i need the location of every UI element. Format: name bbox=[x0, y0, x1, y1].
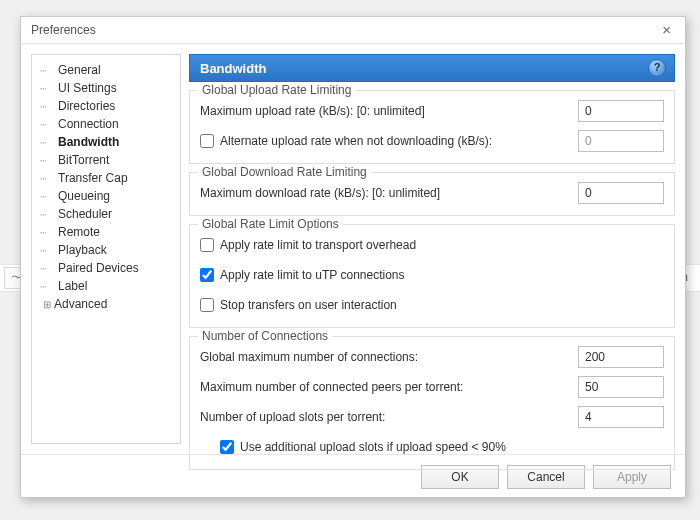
tree-branch-icon: ⋯ bbox=[40, 100, 58, 113]
alt-upload-checkbox[interactable] bbox=[200, 134, 214, 148]
group-title: Global Download Rate Limiting bbox=[198, 165, 371, 179]
tree-branch-icon: ⋯ bbox=[40, 82, 58, 95]
upload-slots-input[interactable] bbox=[578, 406, 664, 428]
group-connections: Number of Connections Global maximum num… bbox=[189, 336, 675, 470]
window-title: Preferences bbox=[31, 23, 96, 37]
nav-item-label[interactable]: ⋯ Label bbox=[36, 277, 176, 295]
utp-checkbox[interactable] bbox=[200, 268, 214, 282]
tree-branch-icon: ⋯ bbox=[40, 118, 58, 131]
nav-label: Remote bbox=[58, 225, 100, 239]
preferences-dialog: Preferences × ⋯ General⋯ UI Settings⋯ Di… bbox=[20, 16, 686, 498]
max-download-label: Maximum download rate (kB/s): [0: unlimi… bbox=[200, 186, 578, 200]
tree-branch-icon: ⋯ bbox=[40, 190, 58, 203]
tree-branch-icon: ⋯ bbox=[40, 244, 58, 257]
nav-label: Paired Devices bbox=[58, 261, 139, 275]
upload-slots-label: Number of upload slots per torrent: bbox=[200, 410, 578, 424]
nav-label: UI Settings bbox=[58, 81, 117, 95]
nav-label: Directories bbox=[58, 99, 115, 113]
group-title: Number of Connections bbox=[198, 329, 332, 343]
group-rate-options: Global Rate Limit Options Apply rate lim… bbox=[189, 224, 675, 328]
tree-branch-icon: ⋯ bbox=[40, 154, 58, 167]
utp-label: Apply rate limit to uTP connections bbox=[220, 268, 405, 282]
tree-branch-icon: ⋯ bbox=[40, 262, 58, 275]
max-upload-input[interactable] bbox=[578, 100, 664, 122]
peers-per-torrent-label: Maximum number of connected peers per to… bbox=[200, 380, 578, 394]
extra-slots-checkbox[interactable] bbox=[220, 440, 234, 454]
global-connections-label: Global maximum number of connections: bbox=[200, 350, 578, 364]
nav-label: Advanced bbox=[54, 297, 107, 311]
nav-label: Scheduler bbox=[58, 207, 112, 221]
tree-branch-icon: ⋯ bbox=[40, 226, 58, 239]
close-icon[interactable]: × bbox=[654, 17, 679, 43]
tree-branch-icon: ⋯ bbox=[40, 136, 58, 149]
max-upload-label: Maximum upload rate (kB/s): [0: unlimite… bbox=[200, 104, 578, 118]
group-title: Global Rate Limit Options bbox=[198, 217, 343, 231]
titlebar: Preferences × bbox=[21, 17, 685, 44]
expand-icon[interactable]: ⊞ bbox=[40, 299, 54, 310]
settings-panel: Bandwidth ? Global Upload Rate Limiting … bbox=[189, 54, 675, 444]
peers-per-torrent-input[interactable] bbox=[578, 376, 664, 398]
panel-header: Bandwidth ? bbox=[189, 54, 675, 82]
max-download-input[interactable] bbox=[578, 182, 664, 204]
nav-item-transfer-cap[interactable]: ⋯ Transfer Cap bbox=[36, 169, 176, 187]
tree-branch-icon: ⋯ bbox=[40, 280, 58, 293]
nav-item-scheduler[interactable]: ⋯ Scheduler bbox=[36, 205, 176, 223]
nav-item-bittorrent[interactable]: ⋯ BitTorrent bbox=[36, 151, 176, 169]
panel-title: Bandwidth bbox=[200, 61, 266, 76]
nav-item-queueing[interactable]: ⋯ Queueing bbox=[36, 187, 176, 205]
global-connections-input[interactable] bbox=[578, 346, 664, 368]
nav-label: Playback bbox=[58, 243, 107, 257]
nav-item-bandwidth[interactable]: ⋯ Bandwidth bbox=[36, 133, 176, 151]
nav-label: Queueing bbox=[58, 189, 110, 203]
extra-slots-label: Use additional upload slots if upload sp… bbox=[240, 440, 506, 454]
nav-item-remote[interactable]: ⋯ Remote bbox=[36, 223, 176, 241]
nav-label: Connection bbox=[58, 117, 119, 131]
nav-item-ui-settings[interactable]: ⋯ UI Settings bbox=[36, 79, 176, 97]
help-icon[interactable]: ? bbox=[648, 59, 666, 77]
nav-label: Label bbox=[58, 279, 87, 293]
overhead-checkbox[interactable] bbox=[200, 238, 214, 252]
alt-upload-input bbox=[578, 130, 664, 152]
nav-label: Transfer Cap bbox=[58, 171, 128, 185]
nav-item-advanced[interactable]: ⊞Advanced bbox=[36, 295, 176, 313]
group-download-rate: Global Download Rate Limiting Maximum do… bbox=[189, 172, 675, 216]
nav-item-playback[interactable]: ⋯ Playback bbox=[36, 241, 176, 259]
alt-upload-label: Alternate upload rate when not downloadi… bbox=[220, 134, 578, 148]
nav-item-directories[interactable]: ⋯ Directories bbox=[36, 97, 176, 115]
tree-branch-icon: ⋯ bbox=[40, 208, 58, 221]
nav-item-general[interactable]: ⋯ General bbox=[36, 61, 176, 79]
nav-label: BitTorrent bbox=[58, 153, 109, 167]
tree-branch-icon: ⋯ bbox=[40, 172, 58, 185]
category-tree[interactable]: ⋯ General⋯ UI Settings⋯ Directories⋯ Con… bbox=[31, 54, 181, 444]
stop-label: Stop transfers on user interaction bbox=[220, 298, 397, 312]
group-upload-rate: Global Upload Rate Limiting Maximum uplo… bbox=[189, 90, 675, 164]
stop-checkbox[interactable] bbox=[200, 298, 214, 312]
group-title: Global Upload Rate Limiting bbox=[198, 83, 355, 97]
tree-branch-icon: ⋯ bbox=[40, 64, 58, 77]
nav-item-paired-devices[interactable]: ⋯ Paired Devices bbox=[36, 259, 176, 277]
nav-item-connection[interactable]: ⋯ Connection bbox=[36, 115, 176, 133]
nav-label: General bbox=[58, 63, 101, 77]
nav-label: Bandwidth bbox=[58, 135, 119, 149]
overhead-label: Apply rate limit to transport overhead bbox=[220, 238, 416, 252]
